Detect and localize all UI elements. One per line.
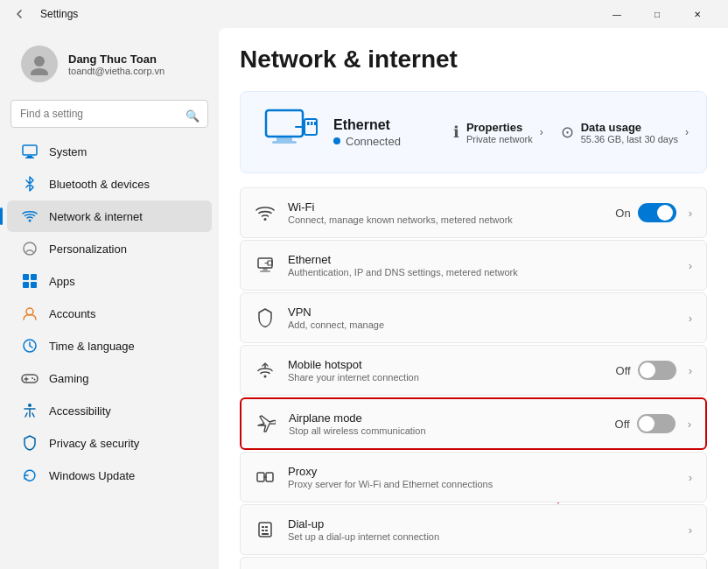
- sidebar-item-personalization[interactable]: Personalization: [7, 233, 212, 264]
- hotspot-title: Mobile hotspot: [288, 358, 604, 371]
- advanced-row[interactable]: Advanced network settings View all netwo…: [240, 557, 707, 569]
- svg-rect-2: [23, 145, 37, 155]
- dialup-row[interactable]: Dial-up Set up a dial-up internet connec…: [240, 504, 707, 555]
- page-title: Network & internet: [240, 46, 707, 74]
- svg-rect-36: [262, 530, 264, 531]
- accessibility-icon: [21, 402, 38, 419]
- sidebar-item-network[interactable]: Network & internet: [7, 200, 212, 232]
- sidebar-label-gaming: Gaming: [49, 372, 89, 385]
- svg-rect-26: [263, 268, 268, 270]
- title-bar: Settings — □ ✕: [0, 0, 728, 28]
- svg-rect-27: [260, 270, 270, 272]
- proxy-title: Proxy: [288, 465, 676, 478]
- svg-rect-31: [257, 473, 264, 481]
- status-dot: [333, 137, 340, 144]
- svg-rect-8: [31, 274, 37, 280]
- sidebar-item-accessibility[interactable]: Accessibility: [7, 395, 212, 426]
- sidebar-item-apps[interactable]: Apps: [7, 265, 212, 297]
- airplane-toggle[interactable]: [637, 414, 676, 433]
- ethernet-datausage-item[interactable]: ⊙ Data usage 55.36 GB, last 30 days ›: [561, 121, 689, 144]
- main-layout: Dang Thuc Toan toandt@vietha.corp.vn 🔍 S…: [0, 28, 728, 569]
- svg-point-0: [34, 56, 45, 67]
- airplane-toggle-label: Off: [615, 418, 630, 431]
- window-controls: — □ ✕: [597, 0, 718, 28]
- svg-rect-10: [31, 282, 37, 288]
- maximize-button[interactable]: □: [637, 0, 677, 28]
- airplane-chevron: ›: [688, 418, 691, 431]
- sidebar-label-network: Network & internet: [49, 210, 143, 223]
- svg-rect-34: [262, 526, 264, 528]
- ethernet-row[interactable]: Ethernet Authentication, IP and DNS sett…: [240, 240, 707, 291]
- ethernet-properties-item[interactable]: ℹ Properties Private network ›: [453, 121, 543, 144]
- hotspot-row[interactable]: Mobile hotspot Share your internet conne…: [240, 345, 707, 396]
- ethernet-row-icon: [255, 255, 276, 276]
- svg-rect-19: [272, 141, 297, 144]
- hotspot-toggle[interactable]: [638, 361, 676, 380]
- airplane-subtitle: Stop all wireless communication: [289, 425, 603, 436]
- minimize-button[interactable]: —: [597, 0, 637, 28]
- sidebar-item-bluetooth[interactable]: Bluetooth & devices: [7, 168, 212, 200]
- svg-rect-7: [23, 274, 29, 280]
- properties-chevron: ›: [540, 126, 543, 138]
- proxy-chevron: ›: [689, 471, 692, 484]
- datausage-chevron: ›: [685, 126, 689, 138]
- time-icon: [21, 337, 38, 355]
- wifi-row[interactable]: Wi-Fi Connect, manage known networks, me…: [240, 187, 707, 238]
- svg-point-24: [264, 218, 267, 221]
- settings-list: Wi-Fi Connect, manage known networks, me…: [240, 187, 707, 569]
- sidebar-item-update[interactable]: Windows Update: [7, 460, 212, 491]
- vpn-icon: [255, 307, 276, 328]
- ethernet-hero-name: Ethernet: [333, 117, 439, 133]
- accounts-icon: [21, 305, 38, 322]
- svg-point-29: [264, 376, 267, 378]
- user-name: Dang Thuc Toan: [68, 53, 164, 66]
- content-area: Network & internet Et: [219, 28, 728, 569]
- ethernet-hero-icon: [258, 106, 319, 158]
- user-profile[interactable]: Dang Thuc Toan toandt@vietha.corp.vn: [7, 32, 212, 93]
- sidebar-item-gaming[interactable]: Gaming: [7, 362, 212, 394]
- proxy-icon: [255, 467, 276, 488]
- close-button[interactable]: ✕: [677, 0, 718, 28]
- svg-rect-4: [25, 158, 34, 159]
- ethernet-hero-status: Connected: [333, 135, 439, 148]
- vpn-title: VPN: [288, 306, 676, 319]
- avatar: [21, 46, 58, 82]
- vpn-chevron: ›: [689, 312, 692, 325]
- wifi-chevron: ›: [689, 207, 692, 220]
- sidebar-label-privacy: Privacy & security: [49, 437, 139, 450]
- svg-rect-9: [23, 282, 29, 288]
- wifi-toggle[interactable]: [638, 203, 676, 222]
- dialup-subtitle: Set up a dial-up internet connection: [288, 531, 676, 542]
- ethernet-hero-card[interactable]: Ethernet Connected ℹ Properties Private …: [240, 91, 707, 173]
- dialup-chevron: ›: [689, 523, 692, 537]
- ethernet-row-title: Ethernet: [288, 253, 676, 266]
- vpn-row[interactable]: VPN Add, connect, manage ›: [240, 292, 707, 343]
- sidebar-item-system[interactable]: System: [7, 136, 212, 167]
- ethernet-row-subtitle: Authentication, IP and DNS settings, met…: [288, 267, 676, 277]
- wifi-subtitle: Connect, manage known networks, metered …: [288, 214, 603, 225]
- search-input[interactable]: [10, 100, 208, 128]
- svg-rect-38: [262, 533, 269, 535]
- sidebar-item-accounts[interactable]: Accounts: [7, 298, 212, 329]
- info-icon: ℹ: [453, 123, 459, 142]
- nav-list: System Bluetooth & devices: [0, 135, 219, 492]
- back-button[interactable]: [10, 5, 28, 23]
- proxy-row[interactable]: Proxy Proxy server for Wi-Fi and Etherne…: [240, 452, 707, 502]
- sidebar-label-apps: Apps: [49, 275, 75, 288]
- dialup-title: Dial-up: [288, 517, 676, 530]
- update-icon: [21, 467, 38, 484]
- svg-rect-23: [314, 122, 317, 125]
- svg-rect-22: [311, 122, 313, 125]
- svg-rect-18: [276, 137, 292, 141]
- svg-point-6: [24, 242, 36, 255]
- wifi-icon: [255, 202, 276, 223]
- svg-rect-35: [265, 526, 268, 528]
- privacy-icon: [21, 434, 38, 452]
- airplane-row[interactable]: Airplane mode Stop all wireless communic…: [240, 397, 707, 450]
- hotspot-subtitle: Share your internet connection: [288, 372, 604, 383]
- proxy-subtitle: Proxy server for Wi-Fi and Ethernet conn…: [288, 479, 676, 489]
- sidebar-label-update: Windows Update: [49, 469, 135, 482]
- sidebar-item-privacy[interactable]: Privacy & security: [7, 427, 212, 459]
- sidebar-label-time: Time & language: [49, 340, 135, 353]
- sidebar-item-time[interactable]: Time & language: [7, 330, 212, 362]
